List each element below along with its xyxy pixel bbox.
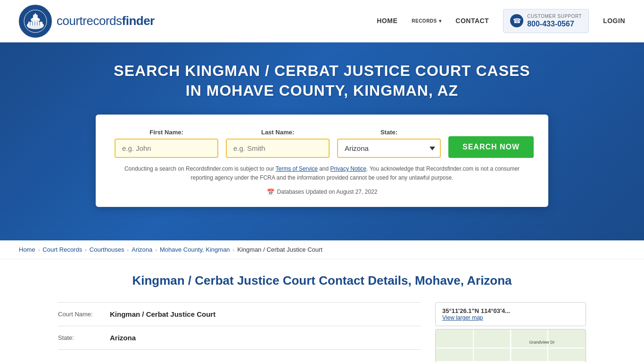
court-name-label: Court Name: (58, 311, 105, 318)
search-button[interactable]: SEARCH NOW (448, 136, 534, 158)
map-coords: 35°11'26.1"N 114°03'4... View larger map (435, 302, 586, 326)
logo-text: courtrecordsfinder (57, 14, 155, 28)
search-disclaimer: Conducting a search on Recordsfinder.com… (115, 165, 529, 182)
db-update: 📅 Databases Updated on August 27, 2022 (115, 189, 529, 196)
last-name-group: Last Name: (226, 129, 330, 158)
nav-login[interactable]: LOGIN (603, 17, 625, 25)
breadcrumb-courthouses[interactable]: Courthouses (90, 246, 124, 253)
state-select[interactable]: AlabamaAlaskaArizonaArkansasCaliforniaCo… (337, 139, 441, 158)
breadcrumb: Home › Court Records › Courthouses › Ari… (0, 240, 644, 259)
breadcrumb-sep-2: › (85, 247, 87, 253)
state-row-label: State: (58, 334, 105, 341)
hero-title: SEARCH KINGMAN / CERBAT JUSTICE COURT CA… (110, 61, 534, 100)
details-table: Court Name: Kingman / Cerbat Justice Cou… (58, 302, 421, 350)
support-text: CUSTOMER SUPPORT 800-433-0567 (527, 13, 582, 29)
customer-support: ☎ CUSTOMER SUPPORT 800-433-0567 (503, 9, 589, 33)
breadcrumb-sep-4: › (155, 247, 157, 253)
map-area: 35°11'26.1"N 114°03'4... View larger map… (435, 302, 586, 362)
breadcrumb-arizona[interactable]: Arizona (132, 246, 152, 253)
logo[interactable]: courtrecordsfinder (19, 5, 155, 38)
logo-bold: finder (122, 14, 155, 28)
last-name-label: Last Name: (226, 129, 330, 136)
hero-section: SEARCH KINGMAN / CERBAT JUSTICE COURT CA… (0, 42, 644, 240)
nav-records-label: RECORDS (412, 18, 437, 24)
first-name-group: First Name: (115, 129, 218, 158)
details-map-row: Court Name: Kingman / Cerbat Justice Cou… (58, 302, 586, 362)
view-larger-map-link[interactable]: View larger map (442, 314, 579, 321)
svg-rect-11 (39, 22, 40, 25)
search-box: First Name: Last Name: State: AlabamaAla… (96, 115, 548, 206)
main-nav: HOME RECORDS ▾ CONTACT ☎ CUSTOMER SUPPOR… (377, 9, 625, 33)
logo-icon (19, 5, 52, 38)
nav-records-arrow-icon: ▾ (439, 18, 442, 24)
state-group: State: AlabamaAlaskaArizonaArkansasCalif… (337, 129, 441, 158)
breadcrumb-sep-5: › (233, 247, 235, 253)
site-header: courtrecordsfinder HOME RECORDS ▾ CONTAC… (0, 0, 644, 42)
breadcrumb-sep-3: › (127, 247, 129, 253)
svg-rect-8 (32, 22, 33, 25)
first-name-input[interactable] (115, 139, 218, 158)
court-name-row: Court Name: Kingman / Cerbat Justice Cou… (58, 303, 421, 326)
first-name-label: First Name: (115, 129, 218, 136)
privacy-link[interactable]: Privacy Notice (330, 165, 367, 172)
svg-rect-10 (37, 22, 38, 25)
logo-regular: courtrecords (57, 14, 122, 28)
breadcrumb-sep-1: › (38, 247, 40, 253)
terms-link[interactable]: Terms of Service (276, 165, 318, 172)
main-content: Kingman / Cerbat Justice Court Contact D… (39, 259, 605, 362)
svg-rect-6 (35, 13, 36, 16)
search-fields: First Name: Last Name: State: AlabamaAla… (115, 129, 529, 158)
court-name-value: Kingman / Cerbat Justice Court (110, 310, 215, 318)
nav-contact[interactable]: CONTACT (455, 17, 489, 25)
support-number[interactable]: 800-433-0567 (527, 19, 582, 29)
last-name-input[interactable] (226, 139, 330, 158)
nav-home[interactable]: HOME (377, 17, 397, 25)
state-row-value: Arizona (110, 334, 136, 342)
breadcrumb-current: Kingman / Cerbat Justice Court (237, 246, 322, 253)
state-label: State: (337, 129, 441, 136)
coords-text: 35°11'26.1"N 114°03'4... (442, 307, 579, 314)
section-title: Kingman / Cerbat Justice Court Contact D… (58, 273, 586, 288)
nav-records[interactable]: RECORDS ▾ (412, 18, 441, 24)
breadcrumb-court-records[interactable]: Court Records (42, 246, 82, 253)
support-label: CUSTOMER SUPPORT (527, 13, 582, 19)
breadcrumb-home[interactable]: Home (19, 246, 35, 253)
breadcrumb-mohave[interactable]: Mohave County, Kingman (160, 246, 230, 253)
map-thumbnail: Grandview Dr El Rona Fitnes Dollar Gener… (435, 329, 586, 362)
state-row: State: Arizona (58, 326, 421, 350)
phone-icon: ☎ (510, 14, 523, 27)
db-update-text: Databases Updated on August 27, 2022 (277, 189, 378, 195)
svg-text:Grandview Dr: Grandview Dr (529, 340, 554, 345)
svg-rect-7 (30, 22, 31, 25)
calendar-icon: 📅 (267, 189, 274, 196)
svg-rect-9 (34, 22, 35, 25)
